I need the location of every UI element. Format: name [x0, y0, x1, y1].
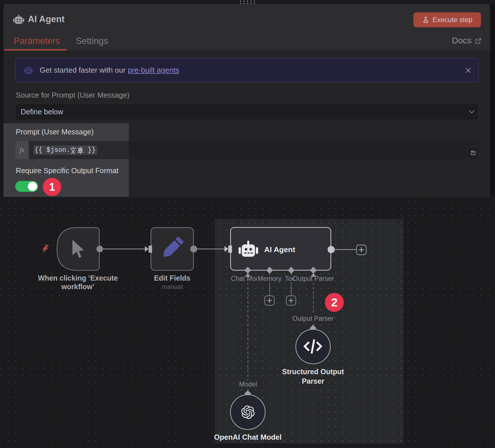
svg-text:Memory: Memory — [258, 275, 282, 282]
svg-text:Output Parser: Output Parser — [292, 315, 334, 322]
svg-text:Model: Model — [239, 381, 257, 388]
svg-text:Edit Fields: Edit Fields — [154, 274, 190, 282]
svg-text:OpenAI Chat Model: OpenAI Chat Model — [214, 433, 281, 441]
svg-text:workflow’: workflow’ — [61, 283, 94, 291]
svg-text:manual: manual — [162, 283, 183, 290]
svg-text:When clicking ‘Execute: When clicking ‘Execute — [38, 274, 118, 282]
svg-text:AI Agent: AI Agent — [264, 245, 295, 254]
svg-text:Structured Output: Structured Output — [282, 368, 344, 376]
svg-text:Parser: Parser — [302, 377, 324, 385]
